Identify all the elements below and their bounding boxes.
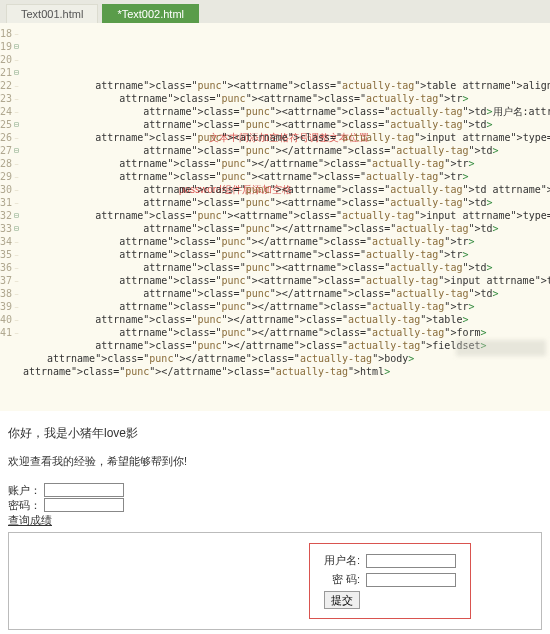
label-password-mini: 密码： <box>8 499 41 511</box>
tab-bar: Text001.html *Text002.html <box>0 0 550 23</box>
code-content[interactable]: 文本中间添加空格符号调整文本位置 password组件后添加空格 attrnam… <box>19 27 550 391</box>
highlighted-form-block: 用户名: 密 码: <box>309 543 471 619</box>
greeting-line-1: 你好，我是小猪年love影 <box>8 425 542 442</box>
tab-text001[interactable]: Text001.html <box>6 4 98 23</box>
form-submit-button[interactable] <box>324 591 360 609</box>
form-input-user[interactable] <box>366 554 456 568</box>
password-input-mini[interactable] <box>44 498 124 512</box>
query-score-link[interactable]: 查询成绩 <box>8 514 52 526</box>
mini-login-form: 账户： 密码： 查询成绩 <box>8 483 542 528</box>
label-account: 账户： <box>8 484 41 496</box>
tab-text002[interactable]: *Text002.html <box>102 4 199 23</box>
form-input-password[interactable] <box>366 573 456 587</box>
code-editor-panel: Text001.html *Text002.html 1819202122232… <box>0 0 550 411</box>
line-number-gutter: 1819202122232425262728293031323334353637… <box>0 27 14 391</box>
preview-panel: 你好，我是小猪年love影 欢迎查看我的经验，希望能够帮到你! 账户： 密码： … <box>0 411 550 634</box>
form-label-user: 用户名: <box>322 552 362 569</box>
rendered-form-container: 用户名: 密 码: <box>8 532 542 630</box>
code-editor[interactable]: 1819202122232425262728293031323334353637… <box>0 23 550 391</box>
greeting-line-2: 欢迎查看我的经验，希望能够帮到你! <box>8 454 542 469</box>
watermark-smudge <box>456 340 546 356</box>
form-label-password: 密 码: <box>322 571 362 588</box>
account-input[interactable] <box>44 483 124 497</box>
